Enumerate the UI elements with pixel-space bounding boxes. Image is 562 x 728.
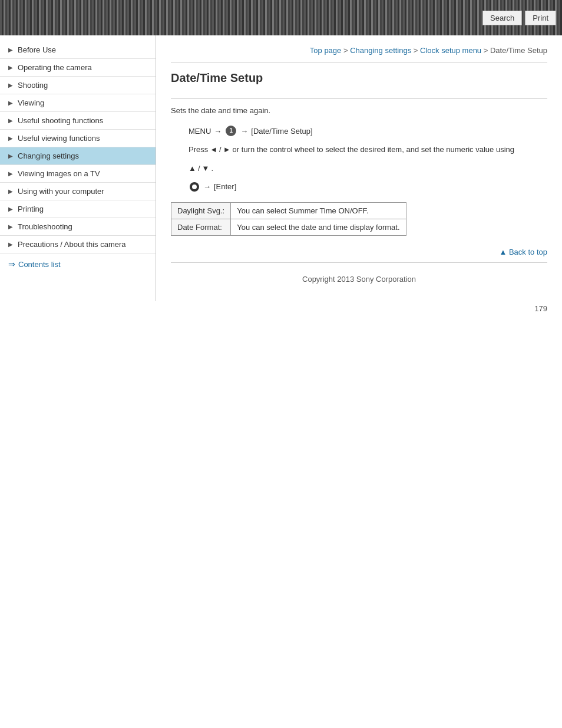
arrow-right-1: →	[214, 124, 222, 138]
search-button[interactable]: Search	[482, 11, 522, 25]
down-triangle: ▼	[202, 162, 210, 175]
sidebar-item-label: Changing settings	[18, 151, 79, 160]
info-table: Daylight Svg.: You can select Summer Tim…	[171, 202, 406, 236]
sidebar-item-changing-settings[interactable]: ▶ Changing settings	[0, 147, 156, 165]
breadcrumb-sep3: >	[481, 46, 490, 55]
table-row: Daylight Svg.: You can select Summer Tim…	[171, 203, 406, 219]
arrow-icon: ▶	[8, 241, 13, 248]
arrow-icon: ▶	[8, 135, 13, 141]
table-cell-label-1: Daylight Svg.:	[171, 203, 231, 219]
contents-arrow-icon: ⇒	[8, 259, 15, 269]
instruction-enter-text: [Enter]	[214, 180, 236, 193]
sidebar-item-label: Viewing images on a TV	[18, 169, 100, 178]
back-to-top-link[interactable]: ▲ Back to top	[499, 248, 547, 256]
main-content: Top page > Changing settings > Clock set…	[156, 35, 562, 301]
arrow-icon: ▶	[8, 117, 13, 124]
up-triangle: ▲	[189, 162, 196, 175]
back-to-top[interactable]: ▲ Back to top	[171, 248, 547, 256]
sidebar: ▶ Before Use ▶ Operating the camera ▶ Sh…	[0, 35, 156, 301]
breadcrumb-current: Date/Time Setup	[490, 46, 547, 55]
menu-clock-icon: 1	[226, 126, 236, 136]
sidebar-item-label: Shooting	[18, 81, 48, 90]
arrow-icon: ▶	[8, 100, 13, 106]
breadcrumb: Top page > Changing settings > Clock set…	[171, 41, 547, 62]
sidebar-item-troubleshooting[interactable]: ▶ Troubleshooting	[0, 218, 156, 236]
sidebar-item-using-computer[interactable]: ▶ Using with your computer	[0, 183, 156, 200]
arrow-icon: ▶	[8, 206, 13, 212]
instruction-2b: ▲ / ▼ .	[189, 162, 547, 175]
breadcrumb-top-page[interactable]: Top page	[310, 46, 342, 55]
sidebar-item-precautions[interactable]: ▶ Precautions / About this camera	[0, 236, 156, 253]
sidebar-item-label: Using with your computer	[18, 187, 104, 196]
instruction-press-text: Press	[189, 143, 208, 156]
sidebar-item-label: Before Use	[18, 45, 56, 54]
instruction-or-text: or turn the control wheel to select the …	[233, 143, 514, 156]
page-layout: ▶ Before Use ▶ Operating the camera ▶ Sh…	[0, 35, 562, 301]
page-title: Date/Time Setup	[171, 71, 547, 90]
svg-point-0	[192, 185, 197, 189]
sidebar-item-before-use[interactable]: ▶ Before Use	[0, 41, 156, 59]
sidebar-item-label: Troubleshooting	[18, 222, 72, 231]
sidebar-item-shooting[interactable]: ▶ Shooting	[0, 77, 156, 94]
arrow-right-3: →	[203, 180, 211, 193]
print-button[interactable]: Print	[525, 11, 556, 25]
breadcrumb-clock-setup[interactable]: Clock setup menu	[420, 46, 481, 55]
contents-list-link[interactable]: ⇒ Contents list	[0, 253, 156, 275]
arrow-icon: ▶	[8, 82, 13, 88]
sidebar-item-label: Viewing	[18, 98, 44, 107]
header-bar: Search Print	[0, 0, 562, 35]
instruction-1: MENU → 1 → [Date/Time Setup]	[189, 124, 547, 138]
sidebar-item-label: Useful shooting functions	[18, 116, 103, 125]
table-cell-label-2: Date Format:	[171, 219, 231, 236]
sidebar-item-label: Operating the camera	[18, 63, 92, 72]
contents-list-label: Contents list	[18, 260, 61, 269]
arrow-icon: ▶	[8, 170, 13, 177]
instruction-2: Press ◄ / ► or turn the control wheel to…	[189, 143, 547, 156]
breadcrumb-sep1: >	[341, 46, 350, 55]
page-number-value: 179	[534, 304, 547, 313]
instruction-3: → [Enter]	[189, 180, 547, 193]
circle-button-icon	[190, 182, 199, 192]
sidebar-item-printing[interactable]: ▶ Printing	[0, 200, 156, 218]
sidebar-item-operating[interactable]: ▶ Operating the camera	[0, 59, 156, 77]
period: .	[211, 162, 213, 175]
breadcrumb-sep2: >	[411, 46, 420, 55]
sep-slash: /	[198, 162, 200, 175]
footer: Copyright 2013 Sony Corporation	[171, 269, 547, 289]
arrow-icon: ▶	[8, 64, 13, 71]
slash-sym: /	[219, 143, 222, 156]
table-row: Date Format: You can select the date and…	[171, 219, 406, 236]
arrow-icon: ▶	[8, 223, 13, 230]
arrow-icon: ▶	[8, 47, 13, 53]
copyright-text: Copyright 2013 Sony Corporation	[302, 275, 416, 284]
content-description: Sets the date and time again.	[171, 105, 547, 117]
instruction-datetime-text: [Date/Time Setup]	[251, 124, 312, 138]
arrow-icon: ▶	[8, 188, 13, 195]
right-arrow-sym: ►	[223, 143, 231, 156]
table-cell-value-2: You can select the date and time display…	[231, 219, 406, 236]
table-cell-value-1: You can select Summer Time ON/OFF.	[231, 203, 406, 219]
arrow-icon: ▶	[8, 153, 13, 159]
sidebar-item-label: Printing	[18, 205, 44, 213]
title-divider	[171, 98, 547, 99]
sidebar-item-useful-shooting[interactable]: ▶ Useful shooting functions	[0, 112, 156, 130]
arrow-right-2: →	[240, 124, 248, 138]
left-arrow-sym: ◄	[210, 143, 217, 156]
sidebar-item-viewing[interactable]: ▶ Viewing	[0, 94, 156, 112]
sidebar-item-label: Useful viewing functions	[18, 134, 100, 143]
sidebar-item-label: Precautions / About this camera	[18, 240, 126, 249]
sidebar-item-viewing-tv[interactable]: ▶ Viewing images on a TV	[0, 165, 156, 183]
sidebar-item-useful-viewing[interactable]: ▶ Useful viewing functions	[0, 130, 156, 147]
footer-divider	[171, 262, 547, 263]
breadcrumb-changing-settings[interactable]: Changing settings	[350, 46, 411, 55]
page-number: 179	[0, 301, 562, 316]
instruction-menu-text: MENU	[189, 124, 211, 138]
